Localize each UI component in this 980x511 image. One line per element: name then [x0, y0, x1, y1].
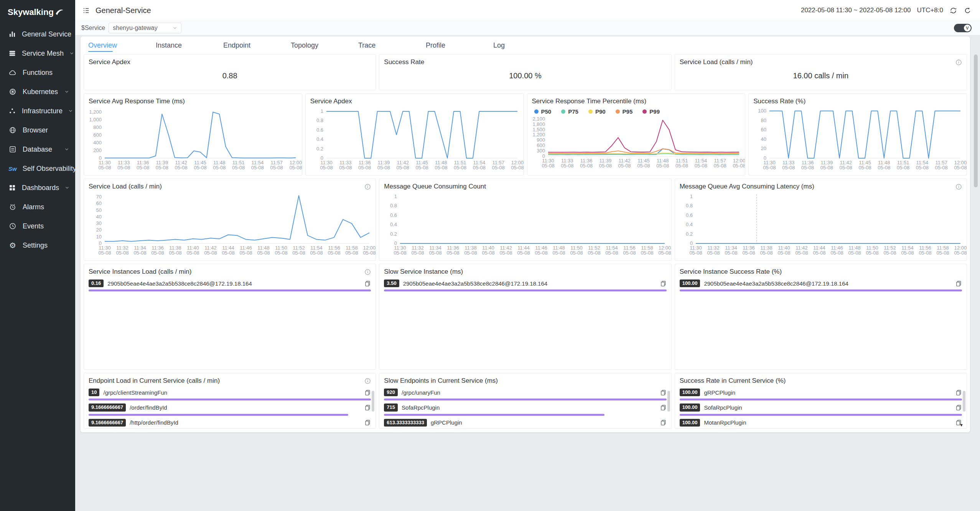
tab-profile[interactable]: Profile: [426, 36, 493, 54]
copy-icon[interactable]: [955, 389, 962, 396]
helm-wheel-icon: [8, 88, 17, 96]
sidebar-collapse-icon[interactable]: [82, 7, 90, 15]
widget-success-rate-metric: Success Rate 100.00 %: [379, 54, 671, 90]
widget-title: Service Avg Response Time (ms): [89, 98, 185, 105]
tab-trace[interactable]: Trace: [358, 36, 426, 54]
line-chart[interactable]: 10080604020011:3005-0811:3305-0811:3605-…: [749, 106, 967, 170]
copy-icon[interactable]: [955, 404, 962, 411]
chevron-down-icon: [68, 109, 73, 113]
list-item[interactable]: 9.1666666667 /order/findById: [84, 400, 376, 415]
time-range-picker[interactable]: 2022-05-08 11:30 ~ 2022-05-08 12:00: [801, 7, 911, 14]
widget-title: Service Apdex: [310, 98, 352, 105]
chevron-down-icon: [64, 147, 69, 152]
sidebar-item-events[interactable]: Events: [0, 217, 75, 236]
sidebar-item-database[interactable]: Database: [0, 140, 75, 159]
svg-text:900: 900: [537, 137, 545, 143]
sidebar-item-service-mesh[interactable]: Service Mesh: [0, 44, 75, 63]
scroll-down-icon[interactable]: ▼: [959, 423, 964, 427]
info-icon[interactable]: [364, 269, 371, 275]
logo-text: Skywalking: [8, 7, 54, 17]
scrollbar-thumb[interactable]: [667, 391, 670, 412]
metric-value: 100.00 %: [379, 71, 671, 80]
sidebar-item-self-observability[interactable]: Sw Self Observability: [0, 159, 75, 178]
widget-service-load-chart: Service Load (calls / min) 7060504030201…: [84, 179, 376, 261]
svg-text:1,200: 1,200: [89, 109, 102, 115]
svg-text:30: 30: [96, 220, 102, 226]
value-badge: 9.1666666667: [89, 419, 126, 427]
svg-text:05-08: 05-08: [561, 163, 573, 169]
info-icon[interactable]: [955, 59, 962, 66]
service-select-value: shenyu-gateway: [113, 25, 158, 31]
value-badge: 100.00: [680, 279, 700, 287]
copy-icon[interactable]: [660, 419, 667, 426]
list-item[interactable]: 100.00 SofaRpcPlugin: [675, 400, 967, 415]
svg-text:05-08: 05-08: [169, 250, 181, 256]
tab-log[interactable]: Log: [493, 36, 561, 54]
page-scrollbar-thumb[interactable]: [974, 55, 978, 187]
sidebar-item-dashboards[interactable]: Dashboards: [0, 178, 75, 197]
legend-item[interactable]: P95: [616, 108, 633, 115]
app-logo[interactable]: Skywalking: [0, 0, 75, 25]
sidebar-item-general-service[interactable]: General Service: [0, 25, 75, 44]
refresh-icon[interactable]: [964, 7, 972, 15]
copy-icon[interactable]: [660, 280, 667, 287]
svg-text:05-08: 05-08: [641, 250, 654, 256]
mode-toggle[interactable]: V: [954, 24, 972, 32]
list-item[interactable]: 100.00 MotanRpcPlugin: [675, 416, 967, 429]
line-chart[interactable]: 70605040302010011:3005-0811:3205-0811:34…: [84, 191, 376, 256]
sidebar-item-alarms[interactable]: Alarms: [0, 197, 75, 217]
list-item[interactable]: 100.00 2905b05eae4e4ae3a2a5b538ce8c2846@…: [675, 276, 967, 291]
line-chart[interactable]: 2,1001,8001,5001,200900600300011:3005-08…: [527, 115, 745, 169]
sidebar-item-functions[interactable]: Functions: [0, 63, 75, 82]
list-item[interactable]: 0.16 2905b05eae4e4ae3a2a5b538ce8c2846@17…: [84, 276, 376, 291]
auto-refresh-icon[interactable]: [949, 7, 957, 15]
line-chart[interactable]: 10.80.60.40.2011:3005-0811:3205-0811:340…: [379, 191, 671, 256]
info-icon[interactable]: [955, 184, 962, 190]
list-item[interactable]: 9.1666666667 /http/order/findById: [84, 416, 376, 429]
tab-overview[interactable]: Overview: [88, 36, 156, 54]
copy-icon[interactable]: [364, 404, 371, 411]
line-chart[interactable]: 10.80.60.40.2011:3005-0811:3205-0811:340…: [675, 191, 967, 256]
copy-icon[interactable]: [364, 280, 371, 287]
scrollbar-thumb[interactable]: [963, 391, 965, 412]
value-badge: 100.00: [680, 419, 700, 427]
list-item[interactable]: 920 /grpc/unaryFun: [379, 385, 671, 400]
tab-endpoint[interactable]: Endpoint: [223, 36, 291, 54]
info-icon[interactable]: [364, 184, 371, 190]
info-icon[interactable]: [364, 378, 371, 384]
chevron-down-icon: [64, 89, 69, 94]
line-chart[interactable]: 10.80.60.40.2011:3005-0811:3305-0811:360…: [306, 106, 524, 170]
sidebar-item-infrastructure[interactable]: Infrastructure: [0, 101, 75, 121]
sidebar-item-kubernetes[interactable]: Kubernetes: [0, 82, 75, 101]
service-select[interactable]: shenyu-gateway: [109, 23, 181, 33]
tab-topology[interactable]: Topology: [291, 36, 358, 54]
tab-instance[interactable]: Instance: [156, 36, 223, 54]
line-chart[interactable]: 1,2001,000800600400200011:3005-0811:3305…: [84, 106, 302, 170]
list-item[interactable]: 613.3333333333 gRPCPlugin: [379, 416, 671, 429]
legend-item[interactable]: P50: [534, 108, 552, 115]
copy-icon[interactable]: [955, 280, 962, 287]
svg-text:05-08: 05-08: [707, 250, 720, 256]
svg-text:05-08: 05-08: [270, 165, 283, 170]
legend-item[interactable]: P99: [642, 108, 660, 115]
widget-title: Service Load (calls / min): [680, 58, 753, 66]
copy-icon[interactable]: [364, 389, 371, 396]
sidebar-item-settings[interactable]: ⚙ Settings: [0, 236, 75, 255]
list-item[interactable]: 100.00 gRPCPlugin: [675, 385, 967, 400]
sidebar: Skywalking General Service Service Mesh …: [0, 0, 75, 511]
sidebar-item-browser[interactable]: Browser: [0, 121, 75, 140]
scrollbar-thumb[interactable]: [372, 391, 374, 412]
svg-text:05-08: 05-08: [656, 163, 669, 169]
list-item[interactable]: 10 /grpc/clientStreamingFun: [84, 385, 376, 400]
copy-icon[interactable]: [660, 389, 667, 396]
svg-text:05-08: 05-08: [213, 165, 226, 170]
copy-icon[interactable]: [364, 419, 371, 426]
svg-text:05-08: 05-08: [901, 250, 914, 256]
copy-icon[interactable]: [660, 404, 667, 411]
list-item[interactable]: 715 SofaRpcPlugin: [379, 400, 671, 415]
legend-item[interactable]: P90: [588, 108, 606, 115]
svg-text:1: 1: [321, 108, 323, 114]
list-item[interactable]: 3.50 2905b05eae4e4ae3a2a5b538ce8c2846@17…: [379, 276, 671, 291]
value-badge: 613.3333333333: [384, 419, 427, 427]
legend-item[interactable]: P75: [561, 108, 578, 115]
